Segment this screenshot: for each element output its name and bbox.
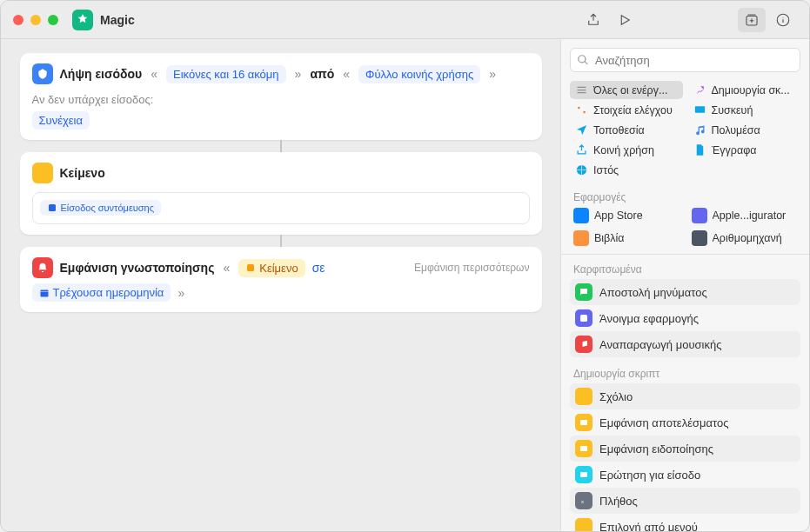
scripting-section-label: Δημιουργία σκριπτ [561,362,809,382]
pinned-list: Αποστολή μηνύματος Άνοιγμα εφαρμογής Ανα… [561,277,809,362]
source-token[interactable]: Φύλλο κοινής χρήσης [358,65,480,83]
action-list-scroll[interactable]: Καρφιτσωμένα Αποστολή μηνύματος Άνοιγμα … [561,258,809,531]
action-title: Λήψη εισόδου [60,67,143,81]
library-toggle[interactable] [738,8,766,32]
receive-input-icon [32,63,53,84]
svg-rect-11 [580,446,587,451]
comment-icon [575,388,592,405]
chevron-left-icon: « [151,67,157,81]
svg-rect-3 [247,264,254,271]
notification-icon [32,257,53,278]
action-receive-input[interactable]: Λήψη εισόδου « Εικόνες και 16 ακόμη » απ… [20,53,542,140]
books-icon [573,230,589,246]
ask-input-icon [575,466,592,483]
action-open-app[interactable]: Άνοιγμα εφαρμογής [570,305,800,331]
action-choose-menu[interactable]: Επιλογή από μενού [570,514,800,531]
divider [561,254,809,255]
run-button[interactable] [611,8,639,32]
action-comment[interactable]: Σχόλιο [570,383,800,409]
category-all-actions[interactable]: Όλες οι ενέργ... [570,81,683,99]
minimize-button[interactable] [30,15,41,25]
category-device[interactable]: Συσκευή [688,101,801,119]
app-configurator[interactable]: Apple...igurator [688,205,801,226]
show-result-icon [575,414,592,431]
shortcut-input-token[interactable]: Είσοδος συντόμευσης [40,200,162,216]
chevron-right-icon: » [295,67,302,81]
svg-rect-10 [580,420,587,425]
current-date-token[interactable]: Τρέχουσα ημερομηνία [32,283,171,302]
menu-icon [575,518,592,531]
search-input[interactable] [570,48,800,72]
continue-token[interactable]: Συνέχεια [32,111,90,130]
body: Λήψη εισόδου « Εικόνες και 16 ακόμη » απ… [1,39,809,531]
from-label: από [310,67,334,81]
input-types-token[interactable]: Εικόνες και 16 ακόμη [166,65,286,83]
apps-grid: App Store Apple...igurator Βιβλία Αριθμο… [561,205,809,254]
svg-rect-2 [49,204,56,211]
action-title: Εμφάνιση γνωστοποίησης [60,261,215,275]
show-more-button[interactable]: Εμφάνιση περισσότερων [414,262,529,274]
category-controls[interactable]: Στοιχεία ελέγχου [570,101,683,119]
action-show-notification[interactable]: Εμφάνιση γνωστοποίησης « Κείμενο σε Εμφά… [20,247,542,312]
action-play-music[interactable]: Αναπαραγωγή μουσικής [570,331,800,357]
app-books[interactable]: Βιβλία [570,228,683,249]
category-scripting[interactable]: Δημιουργία σκ... [688,81,801,99]
in-label: σε [312,261,325,275]
category-sharing[interactable]: Κοινή χρήση [570,141,683,159]
info-button[interactable] [769,8,797,32]
action-ask-input[interactable]: Ερώτηση για είσοδο [570,462,800,488]
scripting-list: Σχόλιο Εμφάνιση αποτελέσματος Εμφάνιση ε… [561,382,809,531]
svg-text:x: x [581,499,584,504]
open-app-icon [575,309,592,327]
category-media[interactable]: Πολυμέσα [688,121,801,139]
chevron-right-icon: » [489,67,496,81]
svg-point-6 [583,111,586,114]
svg-rect-7 [694,106,704,113]
category-web[interactable]: Ιστός [570,161,683,179]
zoom-button[interactable] [48,15,58,25]
apps-section-label: Εφαρμογές [561,186,809,205]
connector-line [280,140,282,152]
chevron-left-icon: « [223,261,230,275]
pinned-section-label: Καρφιτσωμένα [561,258,809,277]
traffic-lights [13,15,58,25]
titlebar: Magic [1,1,809,39]
text-input-field[interactable]: Είσοδος συντόμευσης [32,192,530,224]
chevron-left-icon: « [343,67,350,81]
action-title: Κείμενο [60,166,105,180]
search-icon [577,54,589,66]
appstore-icon [573,208,589,223]
svg-rect-12 [580,472,587,477]
action-show-result[interactable]: Εμφάνιση αποτελέσματος [570,409,800,436]
svg-point-5 [578,107,580,110]
action-text[interactable]: Κείμενο Είσοδος συντόμευσης [20,152,542,235]
count-icon: x [575,492,592,509]
alert-icon [575,440,592,457]
close-button[interactable] [13,15,23,25]
text-action-icon [32,163,53,183]
share-button[interactable] [579,8,607,32]
editor-canvas[interactable]: Λήψη εισόδου « Εικόνες και 16 ακόμη » απ… [1,39,560,531]
text-var-token[interactable]: Κείμενο [238,259,305,277]
message-icon [575,283,592,301]
shortcut-icon [72,10,93,30]
svg-rect-4 [40,289,48,296]
svg-rect-9 [580,315,587,322]
app-calculator[interactable]: Αριθμομηχανή [688,228,801,249]
category-location[interactable]: Τοποθεσία [570,121,683,139]
action-send-message[interactable]: Αποστολή μηνύματος [570,279,800,305]
music-icon [575,336,592,353]
category-documents[interactable]: Έγγραφα [688,141,801,159]
action-count[interactable]: xΠλήθος [570,488,800,514]
search-field[interactable] [570,48,800,72]
action-library-sidebar: Όλες οι ενέργ... Δημιουργία σκ... Στοιχε… [560,39,809,531]
configurator-icon [692,208,707,223]
category-grid: Όλες οι ενέργ... Δημιουργία σκ... Στοιχε… [561,81,809,186]
calculator-icon [692,230,707,246]
action-show-alert[interactable]: Εμφάνιση ειδοποίησης [570,436,800,462]
chevron-right-icon: » [177,286,184,300]
window-title: Magic [100,13,135,27]
app-appstore[interactable]: App Store [570,205,683,226]
no-input-label: Αν δεν υπάρχει είσοδος: [32,93,530,106]
connector-line [280,235,282,247]
